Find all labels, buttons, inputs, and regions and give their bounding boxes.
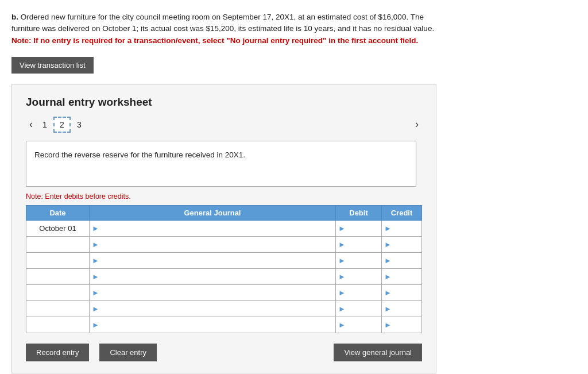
debit-cell-6[interactable]: ►	[336, 300, 382, 317]
problem-text: b. Ordered new furniture for the city co…	[11, 11, 448, 47]
problem-note: Note: If no entry is required for a tran…	[11, 36, 418, 45]
credit-input-3[interactable]	[393, 256, 419, 265]
journal-cell-5[interactable]: ►	[90, 284, 336, 300]
date-cell-6	[26, 300, 90, 317]
cell-arrow-icon: ►	[92, 240, 99, 249]
debit-arrow-icon-2: ►	[338, 240, 346, 249]
debit-input-2[interactable]	[347, 240, 379, 249]
journal-input-5[interactable]	[100, 288, 333, 297]
record-entry-button[interactable]: Record entry	[26, 344, 89, 361]
debit-cell-3[interactable]: ►	[336, 252, 382, 268]
tab-2[interactable]: 2	[53, 117, 71, 133]
credit-cell-6[interactable]: ►	[382, 300, 422, 317]
journal-cell-7[interactable]: ►	[90, 317, 336, 333]
credit-arrow-icon-5: ►	[384, 288, 392, 297]
debit-input-5[interactable]	[347, 288, 379, 297]
date-cell-3	[26, 252, 90, 268]
col-header-credit: Credit	[382, 205, 422, 220]
table-row: October 01 ► ► ►	[26, 220, 422, 236]
date-cell-7	[26, 317, 90, 333]
debit-arrow-icon-4: ►	[338, 272, 346, 281]
date-cell-1: October 01	[26, 220, 90, 236]
table-row: ► ► ►	[26, 284, 422, 300]
view-general-journal-button[interactable]: View general journal	[334, 344, 422, 361]
debit-arrow-icon-1: ►	[338, 224, 346, 233]
debit-input-7[interactable]	[347, 321, 379, 329]
credit-cell-5[interactable]: ►	[382, 284, 422, 300]
col-header-date: Date	[26, 205, 90, 220]
journal-cell-3[interactable]: ►	[90, 252, 336, 268]
view-transaction-button[interactable]: View transaction list	[11, 57, 94, 74]
table-row: ► ► ►	[26, 252, 422, 268]
journal-cell-6[interactable]: ►	[90, 300, 336, 317]
table-row: ► ► ►	[26, 300, 422, 317]
instruction-box: Record the reverse reserve for the furni…	[26, 141, 416, 187]
journal-cell-2[interactable]: ►	[90, 236, 336, 252]
problem-body: Ordered new furniture for the city counc…	[11, 13, 434, 33]
table-row: ► ► ►	[26, 317, 422, 333]
debit-input-4[interactable]	[347, 272, 379, 281]
credit-cell-2[interactable]: ►	[382, 236, 422, 252]
credit-cell-3[interactable]: ►	[382, 252, 422, 268]
credit-arrow-icon-1: ►	[384, 224, 392, 233]
clear-entry-button[interactable]: Clear entry	[99, 344, 157, 361]
table-row: ► ► ►	[26, 268, 422, 284]
debit-arrow-icon-6: ►	[338, 304, 346, 313]
journal-input-1[interactable]	[100, 224, 333, 233]
tab-1[interactable]: 1	[36, 117, 53, 133]
note-debits: Note: Enter debits before credits.	[26, 192, 422, 201]
next-arrow[interactable]: ›	[412, 117, 422, 132]
table-row: ► ► ►	[26, 236, 422, 252]
debit-arrow-icon-5: ►	[338, 288, 346, 297]
date-cell-4	[26, 268, 90, 284]
journal-entry-worksheet: Journal entry worksheet ‹ 1 2 3 › Record…	[11, 84, 436, 373]
journal-cell-4[interactable]: ►	[90, 268, 336, 284]
tab-3[interactable]: 3	[71, 117, 88, 133]
debit-input-1[interactable]	[347, 224, 379, 233]
date-cell-2	[26, 236, 90, 252]
problem-label: b.	[11, 13, 18, 21]
credit-arrow-icon-6: ►	[384, 304, 392, 313]
tab-navigation: ‹ 1 2 3 ›	[26, 117, 422, 133]
col-header-debit: Debit	[336, 205, 382, 220]
debit-arrow-icon-3: ►	[338, 256, 346, 265]
credit-input-7[interactable]	[393, 321, 419, 329]
action-buttons: Record entry Clear entry View general jo…	[26, 344, 422, 361]
journal-cell-1[interactable]: ►	[90, 220, 336, 236]
credit-input-6[interactable]	[393, 304, 419, 313]
credit-input-1[interactable]	[393, 224, 419, 233]
journal-input-6[interactable]	[100, 304, 333, 313]
prev-arrow[interactable]: ‹	[26, 117, 36, 132]
journal-input-2[interactable]	[100, 240, 333, 249]
credit-input-4[interactable]	[393, 272, 419, 281]
debit-cell-5[interactable]: ►	[336, 284, 382, 300]
credit-cell-1[interactable]: ►	[382, 220, 422, 236]
debit-cell-4[interactable]: ►	[336, 268, 382, 284]
debit-input-6[interactable]	[347, 304, 379, 313]
credit-cell-4[interactable]: ►	[382, 268, 422, 284]
cell-arrow-icon: ►	[92, 304, 99, 313]
debit-cell-7[interactable]: ►	[336, 317, 382, 333]
cell-arrow-icon: ►	[92, 321, 99, 329]
col-header-journal: General Journal	[90, 205, 336, 220]
credit-cell-7[interactable]: ►	[382, 317, 422, 333]
credit-arrow-icon-4: ►	[384, 272, 392, 281]
journal-input-3[interactable]	[100, 256, 333, 265]
credit-arrow-icon-2: ►	[384, 240, 392, 249]
worksheet-title: Journal entry worksheet	[26, 96, 422, 109]
credit-input-2[interactable]	[393, 240, 419, 249]
instruction-text: Record the reverse reserve for the furni…	[34, 151, 245, 159]
debit-cell-1[interactable]: ►	[336, 220, 382, 236]
journal-input-4[interactable]	[100, 272, 333, 281]
debit-arrow-icon-7: ►	[338, 321, 346, 329]
credit-input-5[interactable]	[393, 288, 419, 297]
cell-arrow-icon: ►	[92, 288, 99, 297]
journal-input-7[interactable]	[100, 321, 333, 329]
debit-input-3[interactable]	[347, 256, 379, 265]
debit-cell-2[interactable]: ►	[336, 236, 382, 252]
cell-arrow-icon: ►	[92, 272, 99, 281]
credit-arrow-icon-3: ►	[384, 256, 392, 265]
cell-arrow-icon: ►	[92, 256, 99, 265]
credit-arrow-icon-7: ►	[384, 321, 392, 329]
date-cell-5	[26, 284, 90, 300]
